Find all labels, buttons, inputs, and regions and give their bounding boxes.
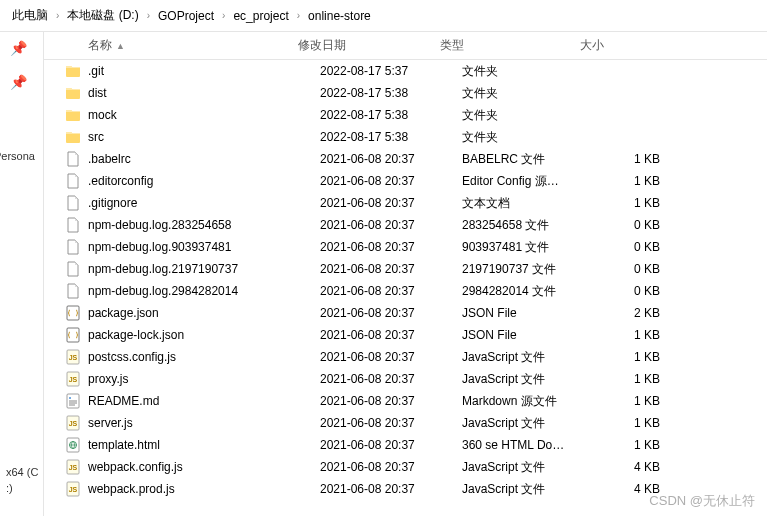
file-name: package-lock.json (84, 328, 320, 342)
md-icon (62, 393, 84, 409)
file-date: 2021-06-08 20:37 (320, 328, 462, 342)
file-type: JSON File (462, 328, 602, 342)
breadcrumb-item[interactable]: online-store (302, 9, 377, 23)
file-size: 1 KB (602, 394, 672, 408)
file-row[interactable]: src2022-08-17 5:38文件夹 (44, 126, 767, 148)
js-icon: JS (62, 349, 84, 365)
file-row[interactable]: package-lock.json2021-06-08 20:37JSON Fi… (44, 324, 767, 346)
file-name: postcss.config.js (84, 350, 320, 364)
file-type: JavaScript 文件 (462, 371, 602, 388)
file-size: 1 KB (602, 416, 672, 430)
file-row[interactable]: JSproxy.js2021-06-08 20:37JavaScript 文件1… (44, 368, 767, 390)
sidebar: 📌 📌 Persona x64 (C :) (0, 32, 44, 516)
file-date: 2021-06-08 20:37 (320, 152, 462, 166)
svg-text:JS: JS (69, 464, 78, 471)
file-name: webpack.prod.js (84, 482, 320, 496)
file-size: 2 KB (602, 306, 672, 320)
file-name: mock (84, 108, 320, 122)
svg-text:JS: JS (69, 376, 78, 383)
file-name: .gitignore (84, 196, 320, 210)
file-type: JavaScript 文件 (462, 415, 602, 432)
file-row[interactable]: package.json2021-06-08 20:37JSON File2 K… (44, 302, 767, 324)
file-size: 0 KB (602, 284, 672, 298)
column-header-date[interactable]: 修改日期 (298, 37, 440, 54)
file-row[interactable]: npm-debug.log.29842820142021-06-08 20:37… (44, 280, 767, 302)
file-name: .babelrc (84, 152, 320, 166)
file-row[interactable]: .babelrc2021-06-08 20:37BABELRC 文件1 KB (44, 148, 767, 170)
file-row[interactable]: .git2022-08-17 5:37文件夹 (44, 60, 767, 82)
file-type: BABELRC 文件 (462, 151, 602, 168)
sidebar-drive-2[interactable]: :) (6, 482, 13, 494)
sidebar-persona: Persona (0, 150, 35, 162)
folder-icon (62, 129, 84, 145)
file-type: 文本文档 (462, 195, 602, 212)
file-row[interactable]: README.md2021-06-08 20:37Markdown 源文件1 K… (44, 390, 767, 412)
file-type: 文件夹 (462, 129, 602, 146)
file-name: README.md (84, 394, 320, 408)
column-header-size[interactable]: 大小 (580, 37, 650, 54)
file-type: JavaScript 文件 (462, 481, 602, 498)
file-name: proxy.js (84, 372, 320, 386)
file-list: .git2022-08-17 5:37文件夹dist2022-08-17 5:3… (44, 60, 767, 500)
file-row[interactable]: JSpostcss.config.js2021-06-08 20:37JavaS… (44, 346, 767, 368)
sort-asc-icon: ▲ (116, 41, 125, 51)
file-row[interactable]: .gitignore2021-06-08 20:37文本文档1 KB (44, 192, 767, 214)
file-size: 1 KB (602, 438, 672, 452)
file-type: Markdown 源文件 (462, 393, 602, 410)
file-row[interactable]: template.html2021-06-08 20:37360 se HTML… (44, 434, 767, 456)
file-date: 2021-06-08 20:37 (320, 174, 462, 188)
folder-icon (62, 107, 84, 123)
file-date: 2021-06-08 20:37 (320, 416, 462, 430)
svg-text:JS: JS (69, 420, 78, 427)
column-header-name[interactable]: 名称 ▲ (62, 37, 298, 54)
file-size: 1 KB (602, 350, 672, 364)
chevron-right-icon: › (145, 10, 152, 21)
file-type: JavaScript 文件 (462, 349, 602, 366)
pin-icon: 📌 (10, 74, 43, 90)
breadcrumb[interactable]: 此电脑›本地磁盘 (D:)›GOProject›ec_project›onlin… (0, 0, 767, 32)
svg-text:JS: JS (69, 486, 78, 493)
file-row[interactable]: npm-debug.log.2832546582021-06-08 20:372… (44, 214, 767, 236)
file-type: JavaScript 文件 (462, 459, 602, 476)
file-name: npm-debug.log.283254658 (84, 218, 320, 232)
file-row[interactable]: npm-debug.log.9039374812021-06-08 20:379… (44, 236, 767, 258)
file-row[interactable]: .editorconfig2021-06-08 20:37Editor Conf… (44, 170, 767, 192)
column-header-type[interactable]: 类型 (440, 37, 580, 54)
file-date: 2021-06-08 20:37 (320, 482, 462, 496)
file-row[interactable]: npm-debug.log.21971907372021-06-08 20:37… (44, 258, 767, 280)
file-date: 2021-06-08 20:37 (320, 394, 462, 408)
svg-text:JS: JS (69, 354, 78, 361)
file-name: npm-debug.log.2984282014 (84, 284, 320, 298)
svg-point-7 (69, 397, 71, 399)
sidebar-drive-1[interactable]: x64 (C (6, 466, 38, 478)
file-date: 2021-06-08 20:37 (320, 350, 462, 364)
file-name: .git (84, 64, 320, 78)
js-icon: JS (62, 371, 84, 387)
file-row[interactable]: dist2022-08-17 5:38文件夹 (44, 82, 767, 104)
column-header-name-label: 名称 (88, 37, 112, 54)
file-type: JSON File (462, 306, 602, 320)
file-type: 文件夹 (462, 63, 602, 80)
file-row[interactable]: JSserver.js2021-06-08 20:37JavaScript 文件… (44, 412, 767, 434)
file-name: server.js (84, 416, 320, 430)
file-name: template.html (84, 438, 320, 452)
file-row[interactable]: JSwebpack.config.js2021-06-08 20:37JavaS… (44, 456, 767, 478)
breadcrumb-item[interactable]: 此电脑 (6, 7, 54, 24)
html-icon (62, 437, 84, 453)
file-icon (62, 283, 84, 299)
file-name: src (84, 130, 320, 144)
breadcrumb-item[interactable]: 本地磁盘 (D:) (61, 7, 144, 24)
file-date: 2022-08-17 5:38 (320, 108, 462, 122)
breadcrumb-item[interactable]: GOProject (152, 9, 220, 23)
file-date: 2021-06-08 20:37 (320, 196, 462, 210)
file-icon (62, 217, 84, 233)
breadcrumb-item[interactable]: ec_project (227, 9, 294, 23)
file-type: Editor Config 源… (462, 173, 602, 190)
file-date: 2022-08-17 5:38 (320, 130, 462, 144)
file-type: 文件夹 (462, 85, 602, 102)
file-icon (62, 151, 84, 167)
column-header-row[interactable]: 名称 ▲ 修改日期 类型 大小 (44, 32, 767, 60)
file-type: 2197190737 文件 (462, 261, 602, 278)
js-icon: JS (62, 459, 84, 475)
file-row[interactable]: mock2022-08-17 5:38文件夹 (44, 104, 767, 126)
